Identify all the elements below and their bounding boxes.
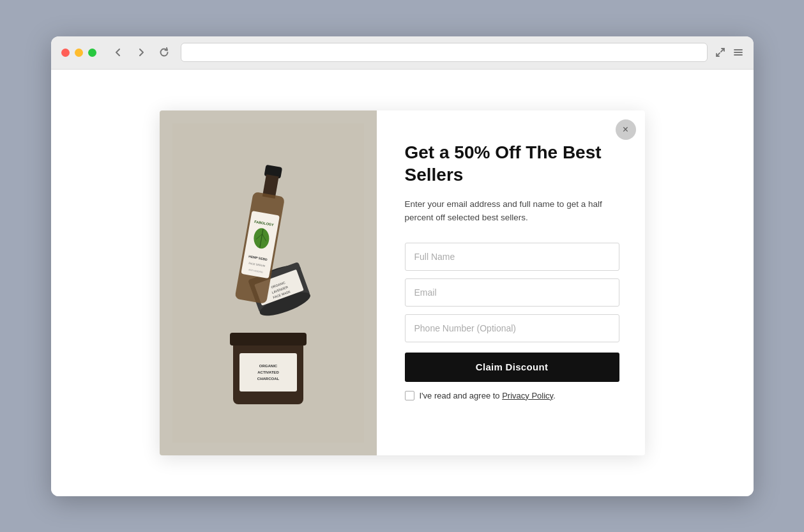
product-image: ORGANIC ACTIVATED CHARCOAL ORGANIC LAVEN…: [160, 110, 377, 455]
browser-window: 🔍: [51, 36, 754, 496]
full-name-input[interactable]: [405, 243, 619, 271]
close-traffic-light[interactable]: [61, 49, 70, 57]
email-input[interactable]: [405, 278, 619, 307]
toolbar-right-buttons: [715, 47, 743, 57]
modal-card: ORGANIC ACTIVATED CHARCOAL ORGANIC LAVEN…: [160, 110, 645, 455]
close-icon: ×: [623, 125, 628, 135]
expand-button[interactable]: [715, 47, 725, 57]
browser-toolbar: 🔍: [51, 36, 754, 70]
privacy-row: I've read and agree to Privacy Policy.: [405, 391, 619, 400]
menu-button[interactable]: [733, 47, 743, 57]
minimize-traffic-light[interactable]: [75, 49, 83, 57]
modal-description: Enter your email address and full name t…: [405, 197, 619, 225]
address-input[interactable]: [181, 43, 708, 62]
phone-input[interactable]: [405, 314, 619, 342]
claim-discount-button[interactable]: Claim Discount: [405, 353, 619, 382]
privacy-checkbox[interactable]: [405, 391, 414, 400]
forward-button[interactable]: [132, 45, 150, 60]
traffic-lights: [61, 49, 96, 57]
privacy-policy-link[interactable]: Privacy Policy: [502, 391, 553, 400]
maximize-traffic-light[interactable]: [88, 49, 96, 57]
browser-content: ORGANIC ACTIVATED CHARCOAL ORGANIC LAVEN…: [51, 70, 754, 496]
svg-text:CHARCOAL: CHARCOAL: [257, 377, 279, 381]
privacy-suffix: .: [553, 391, 556, 400]
nav-buttons: [109, 45, 173, 60]
back-button[interactable]: [109, 45, 127, 60]
privacy-label: I've read and agree to Privacy Policy.: [420, 391, 556, 400]
modal-form-section: × Get a 50% Off The Best Sellers Enter y…: [377, 110, 645, 455]
address-bar-wrapper: 🔍: [181, 43, 708, 62]
close-button[interactable]: ×: [616, 119, 636, 140]
privacy-text: I've read and agree to: [420, 391, 503, 400]
svg-text:ACTIVATED: ACTIVATED: [257, 370, 279, 374]
claim-discount-label: Claim Discount: [476, 361, 548, 372]
reload-button[interactable]: [155, 45, 173, 60]
svg-text:ORGANIC: ORGANIC: [259, 364, 277, 368]
modal-title: Get a 50% Off The Best Sellers: [405, 141, 619, 186]
svg-rect-5: [230, 333, 307, 346]
